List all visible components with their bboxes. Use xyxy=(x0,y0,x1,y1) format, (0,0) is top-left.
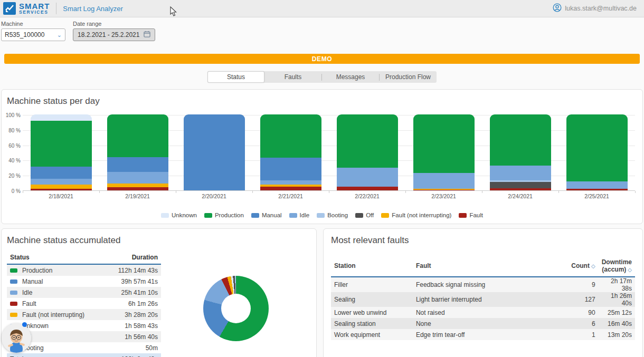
stacked-bar-2/23/2021[interactable] xyxy=(413,114,475,190)
date-range-input[interactable]: 18.2.2021 - 25.2.2021 xyxy=(73,28,155,41)
stacked-bar-2/19/2021[interactable] xyxy=(107,114,168,190)
stacked-bar-2/21/2021[interactable] xyxy=(260,114,321,190)
tab-status[interactable]: Status xyxy=(207,71,264,83)
chart-legend: UnknownProductionManualIdleBootingOffFau… xyxy=(2,212,642,218)
assistant-avatar[interactable] xyxy=(2,323,31,353)
stacked-bar-2/20/2021[interactable] xyxy=(184,114,245,190)
bar-segment-idle[interactable] xyxy=(260,180,321,184)
bar-segment-idle[interactable] xyxy=(566,181,628,189)
brand-line2: SERVICES xyxy=(19,10,50,15)
column-count-sort[interactable]: Count◇ xyxy=(539,256,599,277)
bar-segment-fault[interactable] xyxy=(107,187,168,190)
tab-faults[interactable]: Faults xyxy=(264,71,321,83)
panel-title-faults: Most relevant faults xyxy=(331,235,635,246)
bar-segment-manual[interactable] xyxy=(184,114,245,190)
stacked-bar-2/22/2021[interactable] xyxy=(337,114,398,190)
bar-segment-production[interactable] xyxy=(107,114,168,157)
legend-item-off[interactable]: Off xyxy=(355,212,374,218)
accumulated-table-header: Status Duration xyxy=(7,252,161,265)
bar-segment-idle[interactable] xyxy=(107,172,168,184)
total-row: Total192h 8m 43s xyxy=(7,353,161,357)
tab-messages[interactable]: Messages xyxy=(322,71,379,83)
assistant-notification-dot xyxy=(22,322,27,327)
status-label: Idle xyxy=(22,289,32,296)
table-row[interactable]: Sealing stationNone616m 40s xyxy=(331,318,635,329)
tab-production-flow[interactable]: Production Flow xyxy=(380,71,437,83)
bar-segment-unknown[interactable] xyxy=(31,114,92,121)
bar-segment-manual[interactable] xyxy=(260,158,321,180)
legend-swatch xyxy=(355,213,363,218)
status-color-swatch xyxy=(10,313,17,317)
date-range-filter: Date range 18.2.2021 - 25.2.2021 xyxy=(73,21,155,41)
downtime-cell: 16m 40s xyxy=(599,318,635,329)
bar-segment-fault[interactable] xyxy=(413,190,475,190)
total-label: Total xyxy=(10,355,23,357)
column-status: Status xyxy=(10,254,30,261)
y-axis-tick: 0 % xyxy=(5,188,21,194)
table-row[interactable]: Fault (not interrupting)3h 28m 20s xyxy=(7,309,161,320)
table-row[interactable]: Fault6h 1m 26s xyxy=(7,298,161,309)
legend-item-unknown[interactable]: Unknown xyxy=(161,212,197,218)
bar-segment-production[interactable] xyxy=(31,121,92,167)
panel-title-status-per-day: Machine status per day xyxy=(2,96,642,107)
column-downtime-sort[interactable]: Downtime (accum)◇ xyxy=(599,256,635,277)
legend-label: Unknown xyxy=(172,212,197,218)
bar-segment-production[interactable] xyxy=(413,114,475,173)
bar-segment-production[interactable] xyxy=(260,114,321,158)
fault-cell: None xyxy=(413,318,539,329)
legend-swatch xyxy=(459,213,467,218)
count-cell: 6 xyxy=(539,318,599,329)
table-row[interactable]: Production112h 14m 43s xyxy=(7,265,161,276)
x-axis-label: 2/23/2021 xyxy=(405,193,482,199)
bar-segment-idle[interactable] xyxy=(31,179,92,184)
status-label: Manual xyxy=(22,278,43,285)
table-row[interactable]: SealingLight barrier interrupted1271h 26… xyxy=(331,292,635,307)
column-fault[interactable]: Fault xyxy=(413,256,539,277)
stacked-bar-2/18/2021[interactable] xyxy=(31,114,92,190)
stacked-bar-2/24/2021[interactable] xyxy=(490,114,551,190)
legend-item-idle[interactable]: Idle xyxy=(289,212,310,218)
machine-select[interactable]: R535_100000 ⌄ xyxy=(1,28,65,41)
bar-segment-manual[interactable] xyxy=(31,167,92,179)
x-axis-label: 2/25/2021 xyxy=(558,193,635,199)
bar-segment-fault[interactable] xyxy=(566,189,628,190)
y-axis-tick: 60 % xyxy=(5,142,21,148)
chart-plot-area xyxy=(23,115,635,191)
bar-segment-off[interactable] xyxy=(490,182,551,188)
bar-segment-idle[interactable] xyxy=(413,173,475,189)
legend-item-booting[interactable]: Booting xyxy=(317,212,348,218)
bar-segment-production[interactable] xyxy=(337,114,398,168)
table-row[interactable]: Work equipmentEdge trim tear-off113m 20s xyxy=(331,329,635,340)
assistant-bubble[interactable] xyxy=(2,323,31,353)
bar-segment-fault[interactable] xyxy=(260,187,321,190)
user-menu[interactable]: lukas.stark@multivac.de xyxy=(553,3,637,14)
bar-segment-fault-not-interrupting-[interactable] xyxy=(31,185,92,189)
bar-segment-fault[interactable] xyxy=(490,188,551,190)
status-color-swatch xyxy=(10,268,17,273)
bar-segment-production[interactable] xyxy=(566,114,628,181)
table-row[interactable]: FillerFeedback signal missing92h 17m 38s xyxy=(331,277,635,292)
bar-segment-fault[interactable] xyxy=(31,189,92,190)
bar-segment-idle[interactable] xyxy=(490,166,551,181)
y-axis-tick: 80 % xyxy=(5,127,21,133)
legend-swatch xyxy=(161,213,169,218)
legend-item-fault-not-interrupting-[interactable]: Fault (not interrupting) xyxy=(381,212,451,218)
duration-value: 3h 28m 20s xyxy=(125,311,158,319)
bar-segment-fault-not-interrupting-[interactable] xyxy=(107,184,168,187)
machine-select-value: R535_100000 xyxy=(5,31,44,38)
table-row[interactable]: Manual39h 57m 41s xyxy=(7,276,161,287)
bar-segment-production[interactable] xyxy=(490,114,551,165)
bar-segment-fault[interactable] xyxy=(337,187,398,190)
calendar-icon[interactable] xyxy=(144,31,150,39)
table-row[interactable]: Idle25h 41m 10s xyxy=(7,287,161,298)
legend-item-manual[interactable]: Manual xyxy=(251,212,282,218)
legend-item-fault[interactable]: Fault xyxy=(459,212,483,218)
x-axis-label: 2/22/2021 xyxy=(329,193,405,199)
column-station[interactable]: Station xyxy=(331,256,413,277)
bar-segment-manual[interactable] xyxy=(107,157,168,172)
legend-item-production[interactable]: Production xyxy=(204,212,244,218)
stacked-bar-2/25/2021[interactable] xyxy=(566,114,628,190)
table-row[interactable]: Lower web unwindNot raised9025m 12s xyxy=(331,307,635,318)
bar-segment-idle[interactable] xyxy=(337,168,398,187)
y-axis-tick: 40 % xyxy=(5,158,21,163)
